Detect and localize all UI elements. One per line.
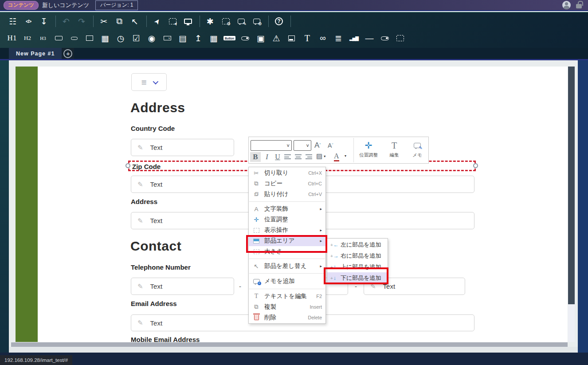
placeholder-text: Text: [150, 283, 163, 290]
memo-button[interactable]: ✎ メモ: [407, 140, 428, 158]
pencil-icon: ✎: [137, 217, 143, 225]
unlock-icon[interactable]: [576, 4, 582, 8]
chart-button[interactable]: ▂▅▇: [348, 31, 360, 45]
menu-item-duplicate[interactable]: ⧉ 複製Insert: [249, 302, 325, 312]
undo-button[interactable]: ↶: [60, 15, 72, 28]
heading1-button[interactable]: H1: [6, 31, 18, 45]
area-settings-button[interactable]: ⚙: [220, 15, 231, 28]
menu-item-delete[interactable]: 削除Delete: [249, 312, 325, 323]
button-widget-button[interactable]: Button: [223, 31, 235, 45]
selection-handle-left[interactable]: [125, 163, 130, 168]
input-country-code[interactable]: ✎ Text: [131, 139, 234, 156]
textbox-icon: [55, 36, 63, 40]
menu-item-component-area[interactable]: 部品エリア▸: [249, 235, 325, 246]
radio-button[interactable]: ◉: [146, 31, 157, 45]
heading2-button[interactable]: H2: [22, 31, 33, 45]
font-smaller-button[interactable]: Aˇ: [328, 142, 333, 149]
memo-edit-button[interactable]: ✎: [235, 15, 247, 28]
refresh-button[interactable]: ✱: [204, 15, 216, 28]
font-family-select[interactable]: ˅: [251, 140, 292, 151]
pencil-icon: ✎: [137, 319, 143, 327]
edit-button[interactable]: T 編集: [383, 140, 406, 158]
selection-handle-right[interactable]: [473, 163, 478, 168]
submenu-add-below[interactable]: ↓ 下に部品を追加: [327, 272, 388, 283]
align-center-icon: [295, 154, 302, 159]
time-button[interactable]: ◷: [115, 31, 126, 45]
text-button[interactable]: T: [302, 31, 313, 45]
dashed-area-button[interactable]: [395, 31, 406, 45]
slider-input-button[interactable]: [68, 31, 80, 45]
bold-button[interactable]: B: [250, 152, 261, 162]
memo-settings-button[interactable]: ⚙: [251, 15, 263, 28]
align-left-button[interactable]: [284, 154, 291, 159]
menu-item-edit-text[interactable]: T テキストを編集F2: [249, 291, 325, 302]
list-dropdown-button[interactable]: ≣: [131, 73, 167, 91]
image-button[interactable]: ▣: [255, 31, 267, 45]
range-select-icon: ➤: [169, 18, 176, 24]
file-export-button[interactable]: ↧: [38, 15, 50, 28]
list-lines-button[interactable]: ≣: [333, 31, 344, 45]
font-color-button[interactable]: A: [334, 152, 339, 161]
italic-button[interactable]: I: [263, 152, 271, 162]
file-upload-button[interactable]: ↥: [192, 31, 204, 45]
font-color-dropdown[interactable]: ▾: [345, 154, 346, 158]
horizontal-line-button[interactable]: —: [364, 31, 375, 45]
vertical-scrollbar-track[interactable]: [568, 304, 575, 342]
heading3-button[interactable]: H3: [37, 31, 49, 45]
menu-item-position-adjust[interactable]: ✛ 位置調整: [249, 214, 325, 225]
cut-button[interactable]: ✂: [98, 15, 110, 28]
panel-button[interactable]: [286, 31, 298, 45]
font-size-select[interactable]: ˅: [294, 140, 311, 151]
menu-item-cut[interactable]: ✂ 切り取りCtrl+X: [249, 168, 325, 178]
table-button[interactable]: ▦: [208, 31, 220, 45]
fill-color-button[interactable]: ▨ ▾: [316, 152, 325, 160]
menu-item-display-operation[interactable]: 表示操作▸: [249, 225, 325, 235]
paste-widget-button[interactable]: ↖: [129, 15, 141, 28]
menu-item-replace-component[interactable]: ↖ 部品を差し替え▸: [249, 261, 325, 271]
submenu-add-left[interactable]: ← 左に部品を追加: [327, 239, 388, 250]
redo-button[interactable]: ↷: [76, 15, 87, 28]
range-select-button[interactable]: ➤: [167, 15, 178, 28]
textarea-button[interactable]: [84, 31, 95, 45]
area-settings-icon: ⚙: [222, 18, 230, 24]
vertical-scrollbar-thumb[interactable]: [568, 67, 575, 304]
tab-bar: New Page #1 +: [0, 48, 588, 60]
validation-button[interactable]: ⚠: [270, 31, 282, 45]
align-right-button[interactable]: [306, 154, 312, 159]
font-color-icon: A: [334, 152, 339, 160]
section-heading-address: Address: [130, 100, 185, 115]
add-page-button[interactable]: +: [62, 48, 74, 59]
menu-item-text-decoration[interactable]: A 文字装飾▸: [249, 204, 325, 214]
underline-button[interactable]: U: [273, 152, 282, 162]
submenu-add-above[interactable]: ↑ 上に部品を追加: [327, 261, 388, 272]
move-cross-icon: ✛: [365, 140, 372, 151]
position-adjust-button[interactable]: ✛ 位置調整: [355, 140, 382, 158]
help-button[interactable]: ?: [273, 15, 285, 28]
menu-item-size[interactable]: 大きさ▸: [249, 246, 325, 257]
menu-item-copy[interactable]: ⧉ コピーCtrl+C: [249, 178, 325, 189]
data-import-button[interactable]: ☷: [7, 15, 19, 28]
source-code-button[interactable]: </>: [23, 15, 34, 28]
textbox-button[interactable]: [53, 31, 64, 45]
font-larger-button[interactable]: Aˆ: [314, 141, 321, 150]
toggle-small-button[interactable]: [239, 31, 251, 45]
align-center-button[interactable]: [295, 154, 302, 159]
pointer-select-button[interactable]: ➤: [148, 13, 165, 30]
tab-new-page-1[interactable]: New Page #1: [9, 48, 62, 59]
input-telephone-1[interactable]: ✎ Text: [131, 278, 234, 295]
help-icon: ?: [275, 17, 283, 25]
preview-button[interactable]: [182, 15, 194, 28]
calendar-button[interactable]: ▦: [99, 31, 111, 45]
menu-item-add-memo[interactable]: + メモを追加: [249, 275, 325, 287]
select-button[interactable]: ˅: [161, 31, 173, 45]
checkbox-button[interactable]: ☑: [130, 31, 142, 45]
horizontal-scrollbar[interactable]: [11, 342, 568, 347]
slider-input-icon: [71, 37, 78, 40]
copy-widget-button[interactable]: ⧉: [114, 15, 125, 28]
link-button[interactable]: ∞: [317, 31, 329, 45]
user-avatar-icon[interactable]: [562, 1, 571, 9]
list-button[interactable]: ▤: [177, 31, 188, 45]
toggle-button[interactable]: [379, 31, 391, 45]
menu-item-paste[interactable]: ⧉ 貼り付けCtrl+V: [249, 189, 325, 200]
submenu-add-right[interactable]: → 右に部品を追加: [327, 250, 388, 261]
